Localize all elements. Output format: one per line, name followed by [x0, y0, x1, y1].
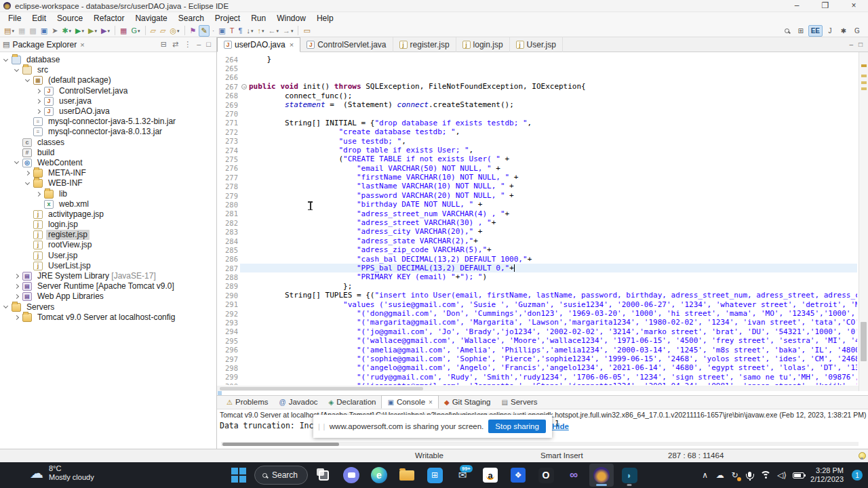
- editor-horizontal-scrollbar[interactable]: [217, 386, 859, 391]
- tree-item-lib[interactable]: lib: [0, 188, 216, 199]
- code-line-275[interactable]: 275 ("CREATE TABLE if not exists User( "…: [222, 155, 857, 163]
- code-line-269[interactable]: 269 statement = (Statement) connect.crea…: [222, 100, 857, 109]
- minimize-view-icon[interactable]: ‒: [194, 40, 203, 49]
- code-line-294[interactable]: 294 "('jo@gmail.com', 'Jo', 'Brady','jo1…: [222, 327, 857, 336]
- open-perspective-icon[interactable]: ⊞: [795, 25, 807, 37]
- code-line-293[interactable]: 293 "('margarita@gmail.com', 'Margarita'…: [222, 318, 857, 327]
- edge-browser[interactable]: e: [367, 464, 391, 487]
- tree-item-controlservlet-java[interactable]: JControlServlet.java: [0, 86, 216, 96]
- chevron-right-icon[interactable]: [36, 191, 41, 196]
- menu-refactor[interactable]: Refactor: [88, 12, 130, 24]
- debug-icon[interactable]: ✱▾: [60, 25, 73, 37]
- tree-item-server-runtime-apache-tomcat-v9-0[interactable]: ▤Server Runtime [Apache Tomcat v9.0]: [0, 281, 216, 291]
- tree-item-default-package[interactable]: ▦(default package): [0, 75, 216, 85]
- opera-browser[interactable]: O: [534, 464, 558, 487]
- vertical-scrollbar-thumb[interactable]: [861, 322, 867, 361]
- chevron-right-icon[interactable]: [25, 171, 30, 176]
- open-resource-icon[interactable]: ▱: [149, 25, 157, 37]
- menu-source[interactable]: Source: [52, 12, 88, 24]
- mysql-workbench[interactable]: ◗: [617, 464, 642, 487]
- tree-item-database[interactable]: database: [0, 55, 216, 65]
- code-line-296[interactable]: 296 "('amelia@gmail.com', 'Amelia', 'Phi…: [222, 346, 857, 354]
- save-icon[interactable]: ▦: [17, 25, 26, 37]
- editor-horizontal-scrollbar-thumb[interactable]: [220, 387, 423, 390]
- tree-item-tomcat-v9-0-server-at-localhost-config[interactable]: Tomcat v9.0 Server at localhost-config: [0, 312, 216, 323]
- chevron-down-icon[interactable]: [3, 57, 8, 62]
- console-tab-git-staging[interactable]: ◆Git Staging: [439, 395, 496, 409]
- chevron-down-icon[interactable]: [14, 67, 19, 72]
- search-tool-icon[interactable]: ◎▾: [168, 25, 180, 37]
- last-edit-location-icon[interactable]: ▭: [302, 25, 311, 37]
- console-tab-problems[interactable]: ⚠Problems: [221, 395, 274, 409]
- code-line-267[interactable]: 267public void init() throws SQLExceptio…: [222, 82, 857, 91]
- collapse-all-icon[interactable]: ⊟: [158, 40, 170, 49]
- chevron-right-icon[interactable]: [36, 109, 41, 114]
- code-line-273[interactable]: 273 "use testdb; ",: [222, 137, 857, 146]
- back-history-icon[interactable]: ←▾: [267, 25, 280, 37]
- tree-item-activitypage-jsp[interactable]: jactivitypage.jsp: [0, 209, 216, 220]
- editor-tab-controlservlet-java[interactable]: JControlServlet.java: [300, 37, 393, 52]
- code-line-277[interactable]: 277 "firstName VARCHAR(10) NOT NULL, " +: [222, 173, 857, 182]
- open-console-icon[interactable]: ▣: [39, 25, 49, 37]
- sync-status-icon[interactable]: ↻: [730, 470, 739, 480]
- tree-item-web-app-libraries[interactable]: ▤Web App Libraries: [0, 291, 216, 302]
- tree-item-src[interactable]: src: [0, 65, 216, 75]
- package-explorer-close-icon[interactable]: ×: [80, 41, 84, 49]
- console-tab-declaration[interactable]: ◈Declaration: [323, 395, 382, 409]
- annotation-marker[interactable]: [861, 75, 867, 77]
- console-horizontal-scrollbar[interactable]: [221, 442, 859, 446]
- chevron-right-icon[interactable]: [14, 315, 19, 320]
- run-icon[interactable]: ▶▾: [74, 25, 85, 37]
- import-icon[interactable]: ▱: [159, 25, 167, 37]
- menu-project[interactable]: Project: [210, 12, 245, 24]
- web-service-icon[interactable]: G▾: [130, 25, 141, 37]
- coverage-icon[interactable]: ▶▾: [87, 25, 98, 37]
- perspective-git-icon[interactable]: G: [851, 25, 863, 37]
- profile-icon[interactable]: ▶▾: [100, 25, 111, 37]
- microsoft-store[interactable]: ⊞: [422, 464, 447, 487]
- minimize-button[interactable]: –: [783, 0, 811, 12]
- text-mode-icon[interactable]: T: [229, 25, 236, 37]
- tips-lamp-icon[interactable]: [859, 452, 865, 460]
- file-explorer[interactable]: [395, 464, 419, 487]
- annotation-marker[interactable]: [861, 87, 867, 90]
- chevron-right-icon[interactable]: [14, 284, 19, 289]
- code-line-281[interactable]: 281 "adress_street_num VARCHAR(4) , "+: [222, 209, 857, 218]
- tree-item-login-jsp[interactable]: jlogin.jsp: [0, 220, 216, 230]
- hide-link[interactable]: Hide: [552, 422, 569, 430]
- popup-drag-handle[interactable]: ❘❘: [316, 423, 326, 430]
- amazon-app[interactable]: a: [478, 464, 502, 487]
- menu-navigate[interactable]: Navigate: [130, 12, 172, 24]
- tree-item-mysql-connector-java-8-0-13-jar[interactable]: ≡mysql-connector-java-8.0.13.jar: [0, 127, 216, 137]
- annotation-marker[interactable]: [861, 64, 867, 67]
- code-line-284[interactable]: 284 "adress_state VARCHAR(2),"+: [222, 237, 857, 245]
- chevron-down-icon[interactable]: [25, 180, 30, 185]
- annotation-marker[interactable]: [861, 81, 867, 84]
- close-button[interactable]: ×: [840, 0, 868, 12]
- code-line-270[interactable]: 270: [222, 109, 857, 118]
- code-line-268[interactable]: 268 connect_func();: [222, 92, 857, 100]
- plugin-wizard-icon[interactable]: ⚑: [189, 25, 198, 37]
- close-tab-icon[interactable]: ×: [290, 41, 294, 49]
- tree-item-userlist-jsp[interactable]: jUserList.jsp: [0, 261, 216, 271]
- mark-occurrences-icon[interactable]: ✎: [199, 25, 209, 37]
- code-line-271[interactable]: 271 String[] INITIAL = {"drop database i…: [222, 119, 857, 127]
- chevron-right-icon[interactable]: [36, 99, 41, 104]
- chevron-right-icon[interactable]: [14, 294, 19, 299]
- minimize-editor-icon[interactable]: ‒: [846, 41, 856, 48]
- forward-history-icon[interactable]: →▾: [281, 25, 295, 37]
- quick-search-icon[interactable]: [781, 25, 793, 37]
- code-content[interactable]: 264 }265266267public void init() throws …: [222, 55, 857, 385]
- code-line-264[interactable]: 264 }: [222, 55, 857, 64]
- chevron-right-icon[interactable]: [14, 274, 19, 279]
- tree-item-user-jsp[interactable]: jUser.jsp: [0, 251, 216, 261]
- code-line-274[interactable]: 274 "drop table if exists User; ",: [222, 146, 857, 155]
- chevron-right-icon[interactable]: [36, 89, 41, 94]
- code-line-299[interactable]: 299 "('rudy@gmail.com', 'Rudy', 'Smith',…: [222, 373, 857, 382]
- save-all-icon[interactable]: ▩: [28, 25, 37, 37]
- maximize-editor-icon[interactable]: □: [856, 41, 865, 48]
- code-line-272[interactable]: 272 "create database testdb; ",: [222, 127, 857, 136]
- taskbar-clock[interactable]: 3:28 PM 2/12/2023: [810, 466, 844, 484]
- code-line-282[interactable]: 282 "adress_street VARCHAR(30) , "+: [222, 218, 857, 227]
- tree-item-meta-inf[interactable]: META-INF: [0, 168, 216, 178]
